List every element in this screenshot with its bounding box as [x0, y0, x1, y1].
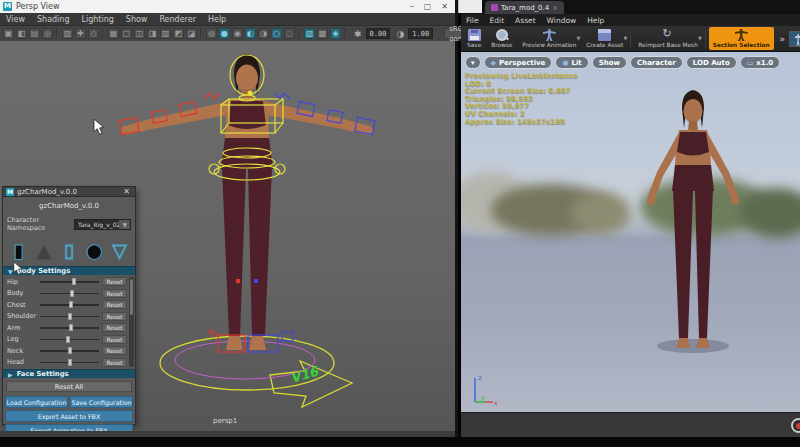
slider-track[interactable] [40, 324, 99, 331]
reset-button[interactable]: Reset [102, 289, 127, 298]
reset-button[interactable]: Reset [102, 346, 127, 355]
scrollbar[interactable] [129, 277, 134, 367]
reset-button[interactable]: Reset [102, 277, 127, 286]
exposure-icon[interactable]: ✱ [354, 29, 362, 39]
load-configuration-button[interactable]: Load Configuration [5, 396, 68, 408]
smooth-shade-icon[interactable]: ● [219, 28, 230, 39]
unreal-menu-item[interactable]: File [466, 16, 479, 25]
gamma-icon[interactable]: ◑ [396, 29, 404, 39]
slider-track[interactable] [40, 347, 99, 354]
pan-zoom-icon[interactable]: ✚ [75, 28, 86, 39]
film-gate-icon[interactable]: ▢ [121, 28, 132, 39]
maya-menu-item[interactable]: Lighting [81, 15, 113, 24]
toolbar-button[interactable]: Reimport Base Mesh ▼ [634, 27, 702, 50]
xray-icon[interactable]: ▧ [304, 28, 315, 39]
viewport-mode-chip[interactable]: Show [592, 56, 627, 69]
wireframe-icon[interactable]: ◍ [206, 28, 217, 39]
slider-track[interactable] [40, 336, 99, 343]
toolbar-button[interactable]: Save [463, 27, 485, 50]
shadows-icon[interactable]: ◑ [258, 28, 269, 39]
bodytype-inverted-triangle-icon[interactable]: ▽ [109, 238, 130, 262]
resolution-gate-icon[interactable]: ◫ [134, 28, 145, 39]
close-icon[interactable]: ✕ [441, 0, 448, 13]
camera-attributes-icon[interactable]: ▤ [29, 28, 40, 39]
skeleton-chip[interactable]: Skel [789, 31, 800, 47]
slider-track[interactable] [40, 359, 99, 366]
occlusion-icon[interactable]: ○ [271, 28, 282, 39]
image-plane-icon[interactable]: ▨ [62, 28, 73, 39]
toolbar-button[interactable]: Preview Animation ▼ [518, 27, 580, 50]
viewport-mode-chip[interactable]: Character [630, 56, 683, 69]
toolbar-button[interactable]: Section Selection [709, 27, 774, 50]
slider-track[interactable] [40, 313, 99, 320]
asset-tab[interactable]: Tara_mod_0.4 × [485, 1, 564, 14]
slider-track[interactable] [40, 301, 99, 308]
toolbar-button[interactable] [705, 29, 706, 48]
save-configuration-button[interactable]: Save Configuration [70, 396, 133, 408]
bodytype-round-icon[interactable]: ● [84, 238, 105, 262]
xray-joints-icon[interactable]: ▩ [317, 28, 328, 39]
minimize-icon[interactable]: – [410, 0, 414, 13]
exposure-field[interactable]: 0.00 [366, 28, 391, 39]
unreal-menu-item[interactable]: Help [587, 16, 604, 25]
separator[interactable] [102, 28, 105, 39]
bookmark-icon[interactable]: ◎ [42, 28, 53, 39]
dropdown-arrow-icon[interactable]: ▼ [623, 35, 627, 41]
slider-handle[interactable] [69, 301, 73, 308]
namespace-dropdown[interactable]: Tara_Rig_v_02: ▼ [74, 219, 131, 230]
record-button[interactable] [791, 418, 800, 433]
slider-handle[interactable] [68, 347, 72, 354]
separator[interactable] [298, 28, 301, 39]
tab-close-icon[interactable]: × [552, 4, 558, 12]
slider-handle[interactable] [72, 278, 76, 285]
viewport-mode-chip[interactable]: LOD Auto [686, 56, 737, 69]
grid-icon[interactable]: ▦ [108, 28, 119, 39]
slider-track[interactable] [40, 278, 99, 285]
slider-track[interactable] [40, 290, 99, 297]
maya-menu-item[interactable]: Show [126, 15, 148, 24]
slider-handle[interactable] [69, 324, 73, 331]
toolbar-button[interactable]: Browse [487, 27, 516, 50]
gamma-field[interactable]: 1.00 [408, 28, 433, 39]
bodytype-triangle-icon[interactable]: ▲ [33, 238, 54, 262]
separator[interactable] [200, 28, 203, 39]
body-settings-header[interactable]: ▼ Body Settings [3, 266, 135, 275]
unreal-viewport[interactable]: ▾ Perspective Lit [461, 52, 800, 412]
toolbar-button[interactable] [630, 29, 631, 48]
unreal-menu-item[interactable]: Edit [490, 16, 505, 25]
toolbar-button[interactable]: Create Asset ▼ [582, 27, 627, 50]
reset-button[interactable]: Reset [102, 312, 127, 321]
maya-menu-item[interactable]: View [6, 15, 25, 24]
viewport-mode-chip[interactable]: x1.0 [740, 56, 781, 69]
unreal-menu-item[interactable]: Window [547, 16, 577, 25]
bodytype-rectangle-icon[interactable]: ▮ [8, 238, 29, 262]
slider-handle[interactable] [66, 336, 70, 343]
motion-blur-icon[interactable]: ◌ [284, 28, 295, 39]
gate-mask-icon[interactable]: ◨ [147, 28, 158, 39]
reset-button[interactable]: Reset [102, 300, 127, 309]
maximize-icon[interactable]: ▢ [424, 0, 432, 13]
slider-handle[interactable] [70, 290, 74, 297]
safe-title-icon[interactable]: ◪ [186, 28, 197, 39]
slider-handle[interactable] [68, 359, 72, 366]
separator[interactable] [56, 28, 59, 39]
viewport-mode-chip[interactable]: Lit [555, 56, 588, 69]
export-asset-button[interactable]: Export Asset to FBX [5, 410, 133, 422]
reset-button[interactable]: Reset [102, 358, 127, 367]
reset-button[interactable]: Reset [102, 335, 127, 344]
charmod-titlebar[interactable]: M gzCharMod_v.0.0 ✕ [3, 187, 135, 197]
select-camera-icon[interactable]: ▣ [3, 28, 14, 39]
maya-menu-item[interactable]: Renderer [159, 15, 196, 24]
face-settings-header[interactable]: ▶ Face Settings [3, 369, 135, 378]
maya-menu-item[interactable]: Shading [37, 15, 70, 24]
dropdown-arrow-icon[interactable]: ▼ [698, 35, 702, 41]
reset-button[interactable]: Reset [102, 323, 127, 332]
separator[interactable] [344, 28, 347, 39]
reset-all-button[interactable]: Reset All [6, 381, 132, 392]
slider-handle[interactable] [68, 313, 72, 320]
maya-menu-item[interactable]: Help [208, 15, 226, 24]
toolbar-overflow-icon[interactable]: » [780, 34, 786, 44]
isolate-select-icon[interactable]: ◈ [330, 28, 341, 39]
lock-camera-icon[interactable]: ◧ [16, 28, 27, 39]
safe-action-icon[interactable]: ◩ [173, 28, 184, 39]
